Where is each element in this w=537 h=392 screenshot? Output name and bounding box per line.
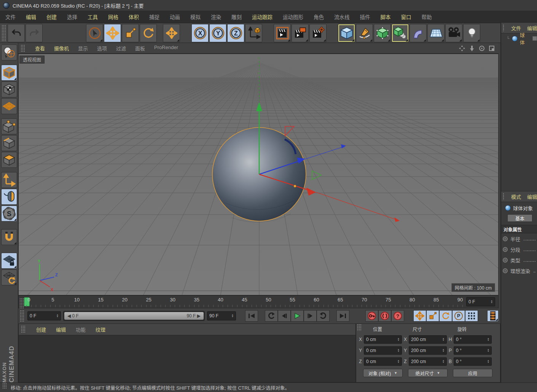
play-button[interactable] bbox=[291, 310, 304, 322]
workplane-mode-button[interactable] bbox=[1, 98, 17, 114]
move-tool-button[interactable] bbox=[104, 24, 121, 42]
edges-mode-button[interactable] bbox=[1, 135, 17, 151]
menu-item-14[interactable]: 角色 bbox=[314, 13, 324, 21]
menu-item-17[interactable]: 脚本 bbox=[381, 13, 391, 21]
transport-drag-handle[interactable] bbox=[20, 310, 24, 322]
menu-item-6[interactable]: 体积 bbox=[129, 13, 139, 21]
object-manager-menu-item-1[interactable]: 编辑 bbox=[527, 24, 537, 32]
viewport-maximize-icon[interactable] bbox=[489, 45, 495, 51]
key-scale-button[interactable] bbox=[426, 310, 439, 322]
keyframe-ring-icon[interactable] bbox=[503, 236, 508, 241]
object-manager-empty-area[interactable] bbox=[501, 43, 537, 191]
end-frame-field[interactable]: 90 F▲▼ bbox=[207, 311, 236, 320]
menu-item-7[interactable]: 捕捉 bbox=[149, 13, 159, 21]
rotate-tool-button[interactable] bbox=[140, 24, 157, 42]
menu-item-11[interactable]: 雕刻 bbox=[231, 13, 242, 21]
key-parameter-button[interactable]: P bbox=[452, 310, 465, 322]
last-used-tool-button[interactable] bbox=[163, 24, 180, 42]
pen-spline-button[interactable] bbox=[356, 24, 373, 42]
goto-end-button[interactable] bbox=[336, 310, 349, 322]
object-state-dot-icon[interactable] bbox=[532, 36, 537, 41]
preview-range-slider[interactable]: ◀ 0 F 90 F ▶ bbox=[63, 311, 205, 321]
toolbar-drag-handle[interactable] bbox=[2, 25, 6, 41]
attribute-manager-drag-handle[interactable] bbox=[503, 193, 504, 200]
keyframe-ring-icon[interactable] bbox=[503, 247, 508, 252]
menu-item-10[interactable]: 渲染 bbox=[211, 13, 221, 21]
material-list-area[interactable] bbox=[19, 335, 355, 382]
object-item-sphere[interactable]: └ 球体 bbox=[501, 33, 537, 43]
key-pla-button[interactable] bbox=[465, 310, 478, 322]
spinner-arrows-icon[interactable]: ▲▼ bbox=[56, 314, 59, 318]
prev-key-button[interactable] bbox=[265, 310, 278, 322]
goto-start-button[interactable] bbox=[245, 310, 258, 322]
material-menu-item-0[interactable]: 创建 bbox=[36, 326, 46, 333]
size-x-field[interactable]: 200 cm▲▼ bbox=[409, 335, 447, 344]
preview-range-bar[interactable]: ◀ 0 F 90 F ▶ bbox=[64, 312, 204, 320]
view-label[interactable]: 透视视图 bbox=[19, 56, 45, 64]
workplane-transform-button[interactable] bbox=[1, 269, 17, 285]
viewport-menu-item-2[interactable]: 显示 bbox=[78, 45, 88, 52]
camera-button[interactable] bbox=[445, 24, 462, 42]
keyframe-selection-button[interactable]: ? bbox=[391, 310, 404, 322]
viewport-zoom-icon[interactable] bbox=[469, 45, 475, 51]
material-menu-drag-handle[interactable] bbox=[21, 325, 25, 333]
rotation-p-field[interactable]: 0 °▲▼ bbox=[454, 346, 492, 355]
workplane-lock-button[interactable] bbox=[1, 253, 17, 269]
key-position-button[interactable] bbox=[413, 310, 426, 322]
viewport-menu-item-6[interactable]: ProRender bbox=[154, 45, 178, 52]
make-editable-button[interactable] bbox=[1, 45, 17, 61]
polygons-mode-button[interactable] bbox=[1, 152, 17, 168]
next-frame-button[interactable] bbox=[304, 310, 317, 322]
menu-item-8[interactable]: 动画 bbox=[170, 13, 180, 21]
scale-tool-button[interactable] bbox=[122, 24, 139, 42]
viewport-menu-item-0[interactable]: 查看 bbox=[35, 45, 45, 52]
material-menu-item-1[interactable]: 编辑 bbox=[56, 326, 66, 333]
object-manager-menu-item-0[interactable]: 文件 bbox=[511, 24, 521, 32]
menu-item-19[interactable]: 帮助 bbox=[422, 13, 432, 21]
object-manager-drag-handle[interactable] bbox=[503, 24, 504, 31]
material-menu-item-2[interactable]: 功能 bbox=[76, 326, 86, 333]
model-mode-button[interactable] bbox=[1, 65, 17, 81]
subdivision-surface-button[interactable] bbox=[374, 24, 391, 42]
render-view-button[interactable] bbox=[274, 24, 291, 42]
render-picture-viewer-button[interactable] bbox=[292, 24, 309, 42]
ruler-drag-handle[interactable] bbox=[19, 298, 24, 309]
coordinate-mode-dropdown[interactable]: 对象 (相对)▼ bbox=[363, 369, 403, 377]
menu-item-0[interactable]: 文件 bbox=[5, 13, 16, 21]
start-frame-field[interactable]: 0 F▲▼ bbox=[27, 311, 61, 320]
material-menu-item-3[interactable]: 纹理 bbox=[96, 326, 105, 333]
size-mode-dropdown[interactable]: 绝对尺寸▼ bbox=[408, 369, 448, 377]
menu-item-18[interactable]: 窗口 bbox=[401, 13, 411, 21]
z-axis-lock-button[interactable]: Z bbox=[227, 24, 244, 42]
apply-button[interactable]: 应用 bbox=[453, 369, 492, 377]
attribute-manager-menu-item-0[interactable]: 模式 bbox=[511, 193, 521, 200]
menu-item-1[interactable]: 编辑 bbox=[26, 13, 36, 21]
viewport-menu-item-1[interactable]: 摄像机 bbox=[54, 45, 69, 52]
axis-mode-button[interactable] bbox=[1, 172, 17, 188]
property-row-2[interactable]: 类型 bbox=[501, 255, 537, 265]
key-rotation-button[interactable] bbox=[439, 310, 452, 322]
viewport-rotate-icon[interactable] bbox=[479, 45, 485, 51]
property-row-0[interactable]: 半径 bbox=[501, 233, 537, 244]
menu-item-3[interactable]: 选择 bbox=[67, 13, 77, 21]
rotation-b-field[interactable]: 0 °▲▼ bbox=[454, 357, 492, 366]
menu-item-9[interactable]: 模拟 bbox=[190, 13, 201, 21]
light-button[interactable] bbox=[463, 24, 480, 42]
menu-item-5[interactable]: 网格 bbox=[108, 13, 118, 21]
menu-item-12[interactable]: 运动跟踪 bbox=[252, 13, 272, 21]
menu-item-13[interactable]: 运动图形 bbox=[283, 13, 303, 21]
object-label[interactable]: 球体 bbox=[520, 31, 528, 46]
timeline-ruler[interactable]: 051015202530354045505560657075808590 0 F… bbox=[18, 295, 499, 308]
menu-item-2[interactable]: 创建 bbox=[46, 13, 57, 21]
menu-item-15[interactable]: 流水线 bbox=[334, 13, 350, 21]
position-y-field[interactable]: 0 cm▲▼ bbox=[364, 346, 402, 355]
keyframe-ring-icon[interactable] bbox=[503, 268, 508, 273]
live-selection-button[interactable] bbox=[86, 24, 103, 42]
record-key-button[interactable] bbox=[365, 310, 378, 322]
viewport-menu-item-5[interactable]: 面板 bbox=[135, 45, 145, 52]
size-z-field[interactable]: 200 cm▲▼ bbox=[409, 357, 447, 366]
keyframe-ring-icon[interactable] bbox=[503, 258, 508, 263]
undo-button[interactable] bbox=[8, 24, 25, 42]
snap-mode-button[interactable]: S bbox=[1, 206, 17, 221]
viewport-menu-drag-handle[interactable] bbox=[21, 45, 25, 52]
